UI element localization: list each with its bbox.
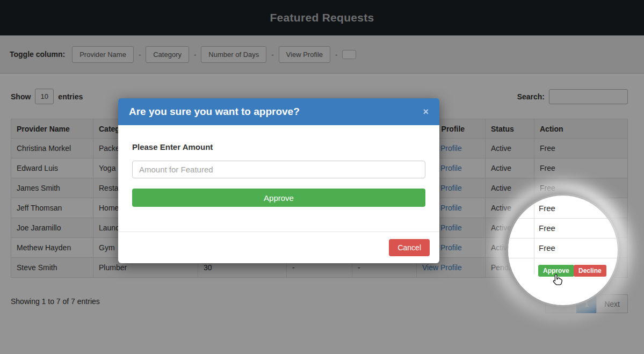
modal-cancel-button[interactable]: Cancel	[389, 239, 430, 256]
magnifier-lens: Free Free Free Approve Decline	[508, 196, 618, 305]
lens-action-value: Free	[539, 218, 555, 238]
decline-button[interactable]: Decline	[574, 265, 606, 277]
lens-row-divider	[508, 218, 618, 219]
approve-confirmation-modal: Are you sure you want to approve? × Plea…	[118, 98, 439, 263]
hand-cursor-icon	[551, 273, 565, 287]
modal-title: Are you sure you want to approve?	[129, 106, 423, 118]
lens-action-value: Free	[539, 198, 555, 218]
amount-prompt-label: Please Enter Amount	[132, 142, 425, 151]
lens-row-divider	[508, 238, 618, 239]
lens-action-value: Free	[539, 238, 555, 258]
close-icon[interactable]: ×	[423, 107, 429, 117]
lens-row-divider	[508, 258, 618, 258]
amount-input[interactable]	[132, 161, 425, 178]
lens-column-divider	[534, 196, 534, 274]
modal-approve-button[interactable]: Approve	[132, 189, 425, 207]
